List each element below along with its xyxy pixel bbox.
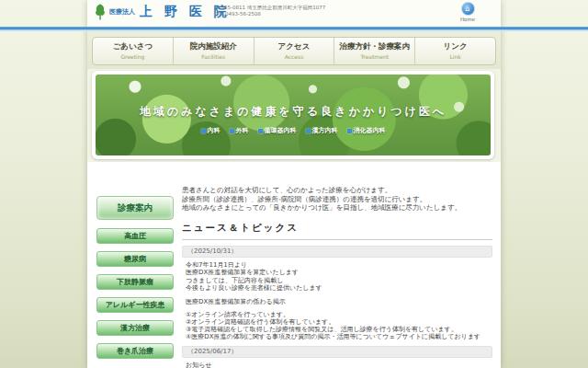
- dept-geka: 外科: [230, 126, 249, 135]
- sidebar-item-tonyobyo[interactable]: 糖尿病: [96, 251, 174, 267]
- news-list-item: ④医療DX推進の体制に関する事項及び質問の掲示・活用等についてウェブサイトに掲載…: [186, 333, 492, 340]
- nav-zone: ごあいさつ Greeting 院内施設紹介 Facilities アクセス Ac…: [87, 27, 501, 69]
- clinic-address: 〒355-0811 埼玉県比企郡滑川町大字福田1077: [216, 5, 325, 11]
- nav-sublabel: Greeting: [93, 53, 173, 60]
- intro-line: 診療所間（診診連携）、診療所-病院間（病診連携）の連携を適切に行います。: [182, 195, 492, 204]
- header-divider-stripe: [0, 27, 588, 31]
- nav-item-facilities[interactable]: 院内施設紹介 Facilities: [173, 38, 254, 64]
- sidebar-item-makizume[interactable]: 巻き爪治療: [96, 343, 174, 359]
- dept-kanpo: 漢方内科: [306, 126, 338, 135]
- nav-label: リンク: [415, 41, 495, 52]
- news-line: お知らせ: [186, 362, 492, 368]
- nav-sublabel: Treatment: [334, 53, 414, 60]
- nav-label: ごあいさつ: [93, 41, 173, 52]
- nav-sublabel: Link: [415, 53, 495, 60]
- home-button[interactable]: ⌂ Home: [456, 2, 480, 22]
- news-numbered-list: ①オンライン請求を行っています。 ②オンライン資格確認を行う体制を有しています。…: [182, 311, 492, 340]
- news-date-bar: （2025/10/31）: [182, 246, 492, 258]
- news-list-item: ②オンライン資格確認を行う体制を有しています。: [186, 318, 492, 326]
- hero-zone: 地域のみなさまの健康を守る良きかかりつけ医へ 内科 外科 循環器内科 漢方内科 …: [87, 69, 501, 162]
- hero-card: 地域のみなさまの健康を守る良きかかりつけ医へ 内科 外科 循環器内科 漢方内科 …: [92, 71, 494, 159]
- sidebar-item-kanpo[interactable]: 漢方治療: [96, 320, 174, 336]
- tree-logo-icon: [94, 3, 107, 21]
- dept-bullet-icon: [306, 129, 311, 133]
- news-line: 医療DX推進整備加算を算定いたします: [186, 269, 492, 277]
- site-header: 医療法人 上 野 医 院 〒355-0811 埼玉県比企郡滑川町大字福田1077…: [87, 0, 501, 27]
- sidebar-item-kashi-jomyakuryu[interactable]: 下肢静脈瘤: [96, 274, 174, 290]
- news-entry-body: お知らせ 当院ではオンライン資格確認を行う体制を有しており、また受診した患者様に…: [182, 362, 492, 368]
- news-date-bar: （2025/06/17）: [182, 346, 492, 358]
- dept-bullet-icon: [201, 129, 206, 133]
- nav-label: アクセス: [254, 41, 334, 52]
- org-type-label: 医療法人: [109, 7, 135, 17]
- nav-item-treatment[interactable]: 治療方針・診療案内 Treatment: [334, 38, 414, 64]
- sidebar-item-allergy[interactable]: アレルギー性疾患: [96, 297, 174, 313]
- news-list-item: ③電子資格確認をして取得した診療情報を閲覧又は、活用し診療を行う体制を有していま…: [186, 326, 492, 333]
- nav-item-greeting[interactable]: ごあいさつ Greeting: [93, 38, 173, 64]
- dept-shokaki: 消化器内科: [347, 126, 386, 135]
- nav-label: 治療方針・診療案内: [334, 41, 414, 52]
- intro-line: 地域のみなさまにとっての「良きかかりつけ医」を目指し、地域医療に尽力いたします。: [182, 203, 492, 213]
- clinic-tel: TEL0493-56-2508: [216, 11, 325, 17]
- home-icon: ⌂: [461, 2, 475, 16]
- nav-sublabel: Facilities: [174, 53, 254, 60]
- page-column: 医療法人 上 野 医 院 〒355-0811 埼玉県比企郡滑川町大字福田1077…: [87, 0, 501, 368]
- dept-naika: 内科: [201, 126, 220, 135]
- content-area: 診療案内 高血圧 糖尿病 下肢静脈瘤 アレルギー性疾患 漢方治療 巻き爪治療 患…: [87, 162, 501, 368]
- news-topics-heading: ニュース＆トピックス: [182, 222, 492, 240]
- nav-item-link[interactable]: リンク Link: [414, 38, 495, 64]
- sidebar-item-shinryo-annai[interactable]: 診療案内: [96, 196, 174, 220]
- main-column: 患者さんとの対話を大切にして、心のかよった診療を心がけます。 診療所間（診診連携…: [182, 186, 492, 368]
- sidebar-menu: 診療案内 高血圧 糖尿病 下肢静脈瘤 アレルギー性疾患 漢方治療 巻き爪治療: [96, 196, 174, 366]
- news-list-item: ①オンライン請求を行っています。: [186, 311, 492, 318]
- intro-line: 患者さんとの対話を大切にして、心のかよった診療を心がけます。: [182, 186, 492, 195]
- clinic-address-block: 〒355-0811 埼玉県比企郡滑川町大字福田1077 TEL0493-56-2…: [216, 5, 325, 17]
- dept-bullet-icon: [258, 129, 263, 133]
- dept-junkanki: 循環器内科: [258, 126, 297, 135]
- main-nav: ごあいさつ Greeting 院内施設紹介 Facilities アクセス Ac…: [92, 37, 496, 65]
- news-line: つきましては、下記内容を掲載し: [186, 277, 492, 285]
- hero-tree-photo: 地域のみなさまの健康を守る良きかかりつけ医へ 内科 外科 循環器内科 漢方内科 …: [96, 75, 491, 155]
- home-label: Home: [456, 17, 480, 22]
- hero-departments: 内科 外科 循環器内科 漢方内科 消化器内科: [96, 126, 491, 135]
- news-entry-body: 令和7年11月1日より 医療DX推進整備加算を算定いたします つきましては、下記…: [182, 261, 492, 293]
- news-line: 令和7年11月1日より: [186, 261, 492, 270]
- dept-bullet-icon: [230, 129, 234, 133]
- intro-text: 患者さんとの対話を大切にして、心のかよった診療を心がけます。 診療所間（診診連携…: [182, 186, 492, 213]
- sidebar-item-koketsuatsu[interactable]: 高血圧: [96, 228, 174, 244]
- nav-item-access[interactable]: アクセス Access: [254, 38, 334, 64]
- dept-bullet-icon: [347, 129, 352, 133]
- nav-label: 院内施設紹介: [174, 41, 254, 52]
- hero-catchphrase: 地域のみなさまの健康を守る良きかかりつけ医へ: [96, 104, 491, 120]
- nav-sublabel: Access: [254, 53, 334, 60]
- news-subheading: 医療DX推進整備加算の係わる掲示: [182, 297, 492, 306]
- news-line: 今後もより良い診療を患者様に提供いたします: [186, 284, 492, 293]
- clinic-logo[interactable]: 医療法人 上 野 医 院: [94, 3, 231, 21]
